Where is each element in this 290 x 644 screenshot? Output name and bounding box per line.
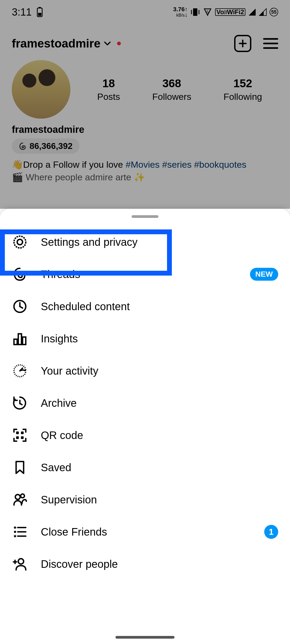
svg-point-27 xyxy=(21,494,24,498)
battery-circle-icon: 55 xyxy=(270,8,278,16)
menu-bottom-sheet: Settings and privacy Threads NEW Schedul… xyxy=(0,209,290,644)
profile-username: framestoadmire xyxy=(12,37,100,50)
svg-rect-15 xyxy=(14,339,17,345)
svg-line-14 xyxy=(20,306,23,308)
new-badge: NEW xyxy=(250,268,278,281)
followers-label: Followers xyxy=(152,92,191,102)
activity-icon xyxy=(12,363,28,379)
username-switcher[interactable]: framestoadmire xyxy=(12,37,229,50)
menu-item-label: Scheduled content xyxy=(41,301,278,313)
svg-line-21 xyxy=(20,404,22,405)
svg-point-31 xyxy=(14,531,16,533)
signal-2-icon xyxy=(259,8,267,16)
bookmark-icon xyxy=(12,459,28,475)
bio-line-2: 🎬 Where people admire arte ✨ xyxy=(12,172,278,182)
hashtag-bookquotes[interactable]: #bookquotes xyxy=(194,159,247,170)
android-nav-handle[interactable] xyxy=(115,636,175,639)
menu-list: Settings and privacy Threads NEW Schedul… xyxy=(0,226,290,580)
svg-rect-25 xyxy=(21,436,24,439)
chevron-down-icon xyxy=(103,39,112,48)
bio-line-1: 👋Drop a Follow if you love xyxy=(12,159,126,170)
svg-rect-22 xyxy=(16,431,19,434)
svg-point-26 xyxy=(15,495,20,499)
notification-dot-icon xyxy=(117,42,121,45)
menu-supervision[interactable]: Supervision xyxy=(0,484,290,516)
following-label: Following xyxy=(223,92,262,102)
menu-scheduled-content[interactable]: Scheduled content xyxy=(0,290,290,323)
display-name: framestoadmire xyxy=(12,124,278,135)
count-badge: 1 xyxy=(264,525,278,539)
svg-point-10 xyxy=(14,236,26,248)
vowifi-icon: Vo))WiFi2 xyxy=(215,8,245,16)
gear-icon xyxy=(12,234,28,250)
discover-icon xyxy=(12,556,28,572)
menu-settings-privacy[interactable]: Settings and privacy xyxy=(0,226,290,258)
sheet-drag-handle[interactable] xyxy=(132,215,158,218)
menu-item-label: Settings and privacy xyxy=(41,236,278,248)
posts-count: 18 xyxy=(97,77,120,90)
menu-saved[interactable]: Saved xyxy=(0,451,290,484)
supervision-icon xyxy=(12,492,28,508)
svg-rect-16 xyxy=(18,334,21,345)
threads-icon xyxy=(12,266,28,282)
menu-close-friends[interactable]: Close Friends 1 xyxy=(0,516,290,548)
menu-item-label: Archive xyxy=(41,397,278,409)
svg-rect-17 xyxy=(23,337,26,345)
svg-point-32 xyxy=(18,559,24,564)
stat-posts[interactable]: 18 Posts xyxy=(97,77,120,102)
svg-rect-2 xyxy=(39,7,41,8)
hamburger-menu-button[interactable] xyxy=(263,38,278,49)
insights-icon xyxy=(12,331,28,347)
hashtag-movies[interactable]: #Movies xyxy=(126,159,160,170)
create-post-button[interactable] xyxy=(234,35,251,52)
menu-insights[interactable]: Insights xyxy=(0,323,290,355)
followers-count: 368 xyxy=(152,77,191,90)
avatar[interactable] xyxy=(12,60,70,119)
menu-item-label: Threads xyxy=(41,268,237,280)
svg-rect-24 xyxy=(16,436,19,439)
svg-rect-3 xyxy=(193,8,197,16)
menu-threads[interactable]: Threads NEW xyxy=(0,258,290,290)
battery-small-icon xyxy=(37,7,43,17)
stat-following[interactable]: 152 Following xyxy=(223,77,262,102)
menu-archive[interactable]: Archive xyxy=(0,387,290,419)
data-saver-icon: 5 xyxy=(203,7,212,17)
signal-1-icon: ! xyxy=(248,8,256,16)
bio-text: 👋Drop a Follow if you love #Movies #seri… xyxy=(12,158,278,172)
vibrate-icon xyxy=(190,7,200,17)
svg-text:5: 5 xyxy=(206,10,209,14)
menu-item-label: Insights xyxy=(41,333,278,345)
profile-header: framestoadmire xyxy=(0,24,290,57)
menu-discover-people[interactable]: Discover people xyxy=(0,548,290,580)
menu-item-label: Your activity xyxy=(41,365,278,377)
menu-item-label: QR code xyxy=(41,429,278,441)
hashtag-series[interactable]: #series xyxy=(162,159,192,170)
clock-icon xyxy=(12,298,28,314)
menu-your-activity[interactable]: Your activity xyxy=(0,355,290,387)
profile-info-row: 18 Posts 368 Followers 152 Following xyxy=(0,57,290,121)
menu-item-label: Close Friends xyxy=(41,526,251,538)
svg-rect-1 xyxy=(38,13,41,16)
status-time: 3:11 xyxy=(12,6,32,18)
threads-count: 86,366,392 xyxy=(30,141,73,151)
threads-badge[interactable]: 86,366,392 xyxy=(12,138,79,154)
net-speed: 3.76↑kB/s↓ xyxy=(173,7,188,17)
status-bar: 3:11 3.76↑kB/s↓ 5 Vo))WiFi2 ! 55 xyxy=(0,0,290,24)
closefriends-icon xyxy=(12,524,28,540)
menu-qr-code[interactable]: QR code xyxy=(0,419,290,451)
threads-small-icon xyxy=(19,142,27,150)
menu-item-label: Supervision xyxy=(41,494,278,506)
svg-rect-23 xyxy=(21,431,24,434)
posts-label: Posts xyxy=(97,92,120,102)
archive-icon xyxy=(12,395,28,411)
svg-point-11 xyxy=(17,239,23,245)
menu-item-label: Discover people xyxy=(41,558,278,570)
qr-icon xyxy=(12,427,28,443)
menu-item-label: Saved xyxy=(41,462,278,474)
svg-text:!: ! xyxy=(250,9,251,14)
stat-followers[interactable]: 368 Followers xyxy=(152,77,191,102)
following-count: 152 xyxy=(223,77,262,90)
